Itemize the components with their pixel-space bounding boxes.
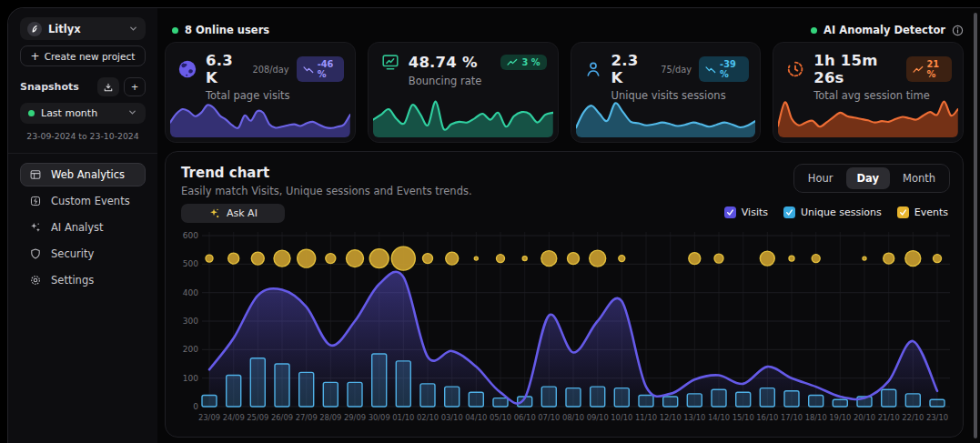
legend-item-unique-sessions[interactable]: Unique sessions [783,206,882,218]
sidebar-item-label: Security [51,247,94,260]
checkbox-icon[interactable] [783,206,795,218]
stat-label: Bouncing rate [409,75,547,87]
sparkles-icon [28,221,43,234]
badge-value: 3 % [521,57,540,67]
svg-text:17/10: 17/10 [781,413,803,422]
info-icon[interactable] [952,25,964,36]
trend-badge: -46 % [297,56,344,82]
stat-card-total-page-visits: 6.3 K208/day-46 %Total page visits [165,42,356,143]
green-dot-icon [811,27,817,34]
event-icon [28,195,43,207]
trend-chart-panel: Trend chart Easily match Visits, Unique … [165,151,964,438]
svg-text:300: 300 [183,317,198,326]
svg-text:400: 400 [183,288,198,297]
ask-ai-button[interactable]: Ask AI [181,204,285,223]
trend-up-icon [507,58,518,66]
svg-text:01/10: 01/10 [392,413,414,422]
svg-text:23/09: 23/09 [198,413,220,422]
stat-per-day: 75/day [661,65,692,75]
svg-text:0: 0 [193,402,198,411]
litlyx-logo-icon [27,22,42,36]
svg-text:25/09: 25/09 [247,413,268,422]
svg-text:06/10: 06/10 [514,413,536,422]
svg-text:04/10: 04/10 [465,413,487,422]
browser-icon [28,168,43,181]
svg-text:11/10: 11/10 [635,413,657,422]
tab-month[interactable]: Month [892,167,946,189]
svg-text:18/10: 18/10 [805,413,827,422]
green-dot-icon [172,27,178,34]
sidebar-item-label: Custom Events [51,195,130,207]
snapshot-selector[interactable]: Last month [20,103,146,124]
svg-text:27/09: 27/09 [296,413,318,422]
trend-subtitle: Easily match Visits, Unique sessions and… [181,185,472,197]
chart-legend: VisitsUnique sessionsEvents [724,206,948,218]
svg-text:600: 600 [183,231,198,240]
globe-icon [177,59,198,79]
tab-hour[interactable]: Hour [797,167,844,189]
range-tabs: HourDayMonth [793,164,950,193]
checkbox-icon[interactable] [724,206,736,218]
badge-value: -46 % [318,59,338,79]
sparkline-chart [170,92,350,137]
green-dot-icon [28,110,35,116]
stat-cards-row: 6.3 K208/day-46 %Total page visits48.74 … [165,42,964,143]
export-snapshot-button[interactable] [97,77,119,96]
stat-value: 6.3 K [206,52,242,86]
trend-badge: 3 % [500,55,546,70]
sidebar-item-label: Web Analytics [51,168,125,181]
svg-text:22/10: 22/10 [902,413,924,422]
app-window: Litlyx + Create new project Snapshots + … [7,7,980,443]
trend-title: Trend chart [181,165,269,181]
svg-text:100: 100 [183,374,198,383]
tab-day[interactable]: Day [846,167,890,189]
trend-down-icon [303,65,314,74]
svg-text:19/10: 19/10 [829,413,851,422]
svg-text:16/10: 16/10 [756,413,778,422]
add-snapshot-button[interactable]: + [124,77,146,96]
legend-item-visits[interactable]: Visits [724,206,768,218]
stat-value: 1h 15m 26s [813,52,898,86]
sparkline-chart [778,92,958,137]
scrollbar[interactable] [974,13,977,438]
legend-label: Visits [742,206,768,218]
stat-per-day: 208/day [253,65,289,75]
svg-text:500: 500 [183,259,198,268]
svg-text:03/10: 03/10 [441,413,463,422]
sidebar-item-custom-events[interactable]: Custom Events [20,189,146,213]
sidebar-item-label: Settings [51,274,94,287]
svg-text:08/10: 08/10 [562,413,584,422]
legend-item-events[interactable]: Events [897,206,948,218]
sidebar-item-settings[interactable]: Settings [20,268,146,292]
screen-icon [379,52,401,72]
legend-label: Events [914,206,948,218]
sparkle-icon [208,207,220,219]
stat-value: 48.74 % [409,54,478,71]
snapshot-range: 23-09-2024 to 23-10-2024 [20,131,146,141]
svg-text:29/09: 29/09 [344,413,366,422]
online-users: 8 Online users [172,24,269,36]
sparkline-chart [576,92,756,137]
svg-text:200: 200 [183,345,198,354]
chevron-down-icon [127,107,137,120]
gear-icon [28,274,43,287]
svg-text:05/10: 05/10 [490,413,511,422]
svg-text:15/10: 15/10 [732,413,754,422]
legend-label: Unique sessions [801,206,882,218]
svg-text:07/10: 07/10 [538,413,560,422]
download-icon [103,82,114,93]
svg-text:09/10: 09/10 [587,413,609,422]
create-project-button[interactable]: + Create new project [20,45,146,66]
svg-text:23/10: 23/10 [926,413,948,422]
badge-value: -39 % [720,59,743,79]
sidebar-nav: Web AnalyticsCustom EventsAI AnalystSecu… [20,163,146,292]
sidebar-item-label: AI Analyst [51,221,104,234]
project-selector[interactable]: Litlyx [20,17,146,40]
sidebar-item-security[interactable]: Security [20,242,146,266]
sidebar-item-ai-analyst[interactable]: AI Analyst [20,216,146,239]
sidebar-item-web-analytics[interactable]: Web Analytics [20,163,146,186]
svg-text:12/10: 12/10 [660,413,682,422]
checkbox-icon[interactable] [897,206,909,218]
svg-text:28/09: 28/09 [319,413,341,422]
trend-chart[interactable]: 010020030040050060023/0924/0925/0926/092… [175,228,954,433]
